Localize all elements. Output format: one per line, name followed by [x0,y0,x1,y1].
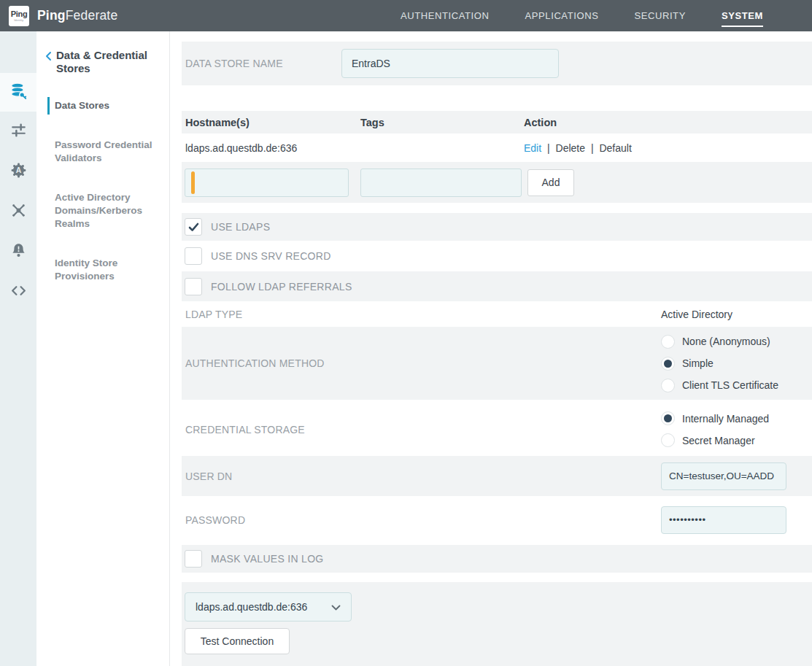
radio-option-none-anonymous[interactable]: None (Anonymous) [661,330,812,352]
radio-simple[interactable] [661,357,675,371]
default-action[interactable]: Default [599,142,631,154]
sidebar-back-header[interactable]: Data & Credential Stores [36,49,169,75]
follow-referrals-label: FOLLOW LDAP REFERRALS [211,281,352,293]
edit-link[interactable]: Edit [524,142,541,154]
data-store-name-label: DATA STORE NAME [185,58,341,69]
sliders-icon [9,121,28,142]
host-table-row: ldaps.ad.questdb.de:636 Edit | Delete | … [182,133,812,162]
credential-storage-row: CREDENTIAL STORAGE Internally Managed Se… [182,403,812,456]
use-ldaps-checkbox[interactable] [185,218,202,236]
radio-secret-manager[interactable] [661,433,675,447]
alert-bell-icon [9,241,28,263]
host-hostname-cell: ldaps.ad.questdb.de:636 [185,142,360,154]
pingfederate-app: { "topnav": { "logo_badge": "Ping", "log… [0,0,812,666]
back-chevron-icon [45,51,52,75]
radio-client-tls-certificate[interactable] [661,379,675,392]
use-ldaps-row: USE LDAPS [182,213,812,241]
icon-rail: A [0,31,36,666]
code-icon [9,282,28,303]
ping-logo: Ping Identity. [9,6,29,26]
ldap-type-row: LDAP TYPE Active Directory [182,301,812,327]
sidebar-item-data-stores[interactable]: Data Stores [36,99,169,112]
test-connection-section: ldaps.ad.questdb.de:636 Test Connection [182,582,812,666]
rail-item-notifications[interactable] [0,232,36,272]
nav-applications[interactable]: APPLICATIONS [525,0,599,31]
ping-logo-text: Ping [11,10,28,18]
ldap-type-label: LDAP TYPE [185,309,242,320]
svg-text:A: A [15,166,21,174]
credential-storage-label: CREDENTIAL STORAGE [185,424,305,435]
hostname-select[interactable]: ldaps.ad.questdb.de:636 [185,592,352,622]
add-button[interactable]: Add [527,169,574,196]
rail-item-settings[interactable] [0,112,36,152]
app-title: PingFederate [37,8,117,23]
sidebar-item-password-credential-validators[interactable]: Password Credential Validators [36,139,169,165]
host-actions-cell: Edit | Delete | Default [524,142,812,154]
hosts-table-header: Hostname(s) Tags Action [182,111,812,133]
mask-values-checkbox[interactable] [185,550,202,568]
cluster-icon [9,201,28,222]
password-input[interactable] [661,506,786,534]
action-column-header: Action [524,117,812,128]
use-dns-srv-checkbox[interactable] [185,247,202,265]
authentication-method-label: AUTHENTICATION METHOD [185,357,325,369]
data-store-name-row: DATA STORE NAME [182,42,812,85]
follow-referrals-row: FOLLOW LDAP REFERRALS [182,271,812,301]
add-host-row: Add [182,162,812,203]
rail-item-data-stores[interactable] [0,73,36,112]
password-row: PASSWORD [182,496,812,543]
nav-authentication[interactable]: AUTHENTICATION [401,0,490,31]
ldap-type-value: Active Directory [661,309,732,320]
rail-item-api[interactable] [0,272,36,312]
mask-values-row: MASK VALUES IN LOG [182,545,812,573]
use-dns-srv-label: USE DNS SRV RECORD [211,250,331,262]
use-ldaps-label: USE LDAPS [211,221,270,233]
user-dn-row: USER DN [182,456,812,496]
nav-system[interactable]: SYSTEM [722,0,763,31]
sidebar-nav: Data Stores Password Credential Validato… [36,99,169,283]
radio-option-secret-manager[interactable]: Secret Manager [661,430,812,452]
ping-logo-subtext: Identity. [14,19,24,22]
radio-option-internally-managed[interactable]: Internally Managed [661,408,812,430]
database-key-icon [9,82,28,104]
delete-action[interactable]: Delete [556,142,585,154]
sidebar-item-identity-store-provisioners[interactable]: Identity Store Provisioners [36,257,169,283]
gear-a-icon: A [9,161,28,182]
use-dns-srv-row: USE DNS SRV RECORD [182,241,812,271]
radio-option-client-tls-certificate[interactable]: Client TLS Certificate [661,374,812,396]
new-tags-input[interactable] [360,169,522,197]
sidebar-title: Data & Credential Stores [56,49,157,75]
user-dn-input[interactable] [661,462,786,490]
hostname-select-value: ldaps.ad.questdb.de:636 [196,601,307,613]
radio-internally-managed[interactable] [661,411,675,425]
new-hostname-input[interactable] [185,169,349,197]
follow-referrals-checkbox[interactable] [185,278,202,295]
rail-item-server[interactable]: A [0,152,36,192]
user-dn-label: USER DN [185,471,232,482]
datastore-form: DATA STORE NAME Hostname(s) Tags Action … [170,31,812,666]
password-label: PASSWORD [185,514,245,526]
sidebar-item-ad-domains-kerberos-realms[interactable]: Active Directory Domains/Kerberos Realms [36,191,169,231]
radio-option-simple[interactable]: Simple [661,352,812,374]
tags-column-header: Tags [360,117,524,128]
test-connection-button[interactable]: Test Connection [185,628,290,654]
chevron-down-icon [331,601,341,613]
authentication-method-row: AUTHENTICATION METHOD None (Anonymous) S… [182,327,812,400]
nav-security[interactable]: SECURITY [634,0,686,31]
primary-nav: AUTHENTICATION APPLICATIONS SECURITY SYS… [401,0,763,31]
data-store-name-input[interactable] [341,49,559,78]
checkmark-icon [188,222,199,232]
radio-none-anonymous[interactable] [661,335,675,349]
secondary-sidebar: Data & Credential Stores Data Stores Pas… [36,31,170,666]
mask-values-label: MASK VALUES IN LOG [211,553,324,565]
top-navbar: Ping Identity. PingFederate AUTHENTICATI… [0,0,812,31]
rail-item-cluster[interactable] [0,192,36,232]
hostname-column-header: Hostname(s) [185,117,360,128]
